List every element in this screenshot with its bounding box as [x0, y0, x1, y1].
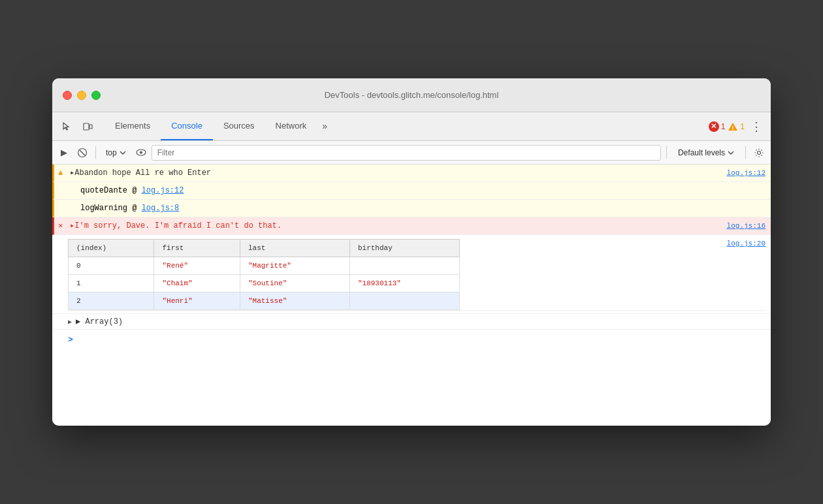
warning-stack-entry: quoteDante @ log.js:12	[52, 182, 771, 200]
col-index: (index)	[69, 240, 154, 257]
table-row: 1 "Chaim" "Soutine" "18930113"	[69, 275, 460, 292]
row2-last: "Matisse"	[240, 292, 349, 310]
console-content: ▲ log.js:12 ▸Abandon hope All re who Ent…	[52, 165, 771, 426]
error-log-entry[interactable]: ✕ log.js:16 ▸I'm sorry, Dave. I'm afraid…	[52, 217, 771, 235]
svg-text:!: !	[732, 125, 734, 131]
window-title: DevTools - devtools.glitch.me/console/lo…	[325, 90, 499, 100]
row0-first: "René"	[154, 257, 240, 275]
svg-line-5	[80, 150, 85, 155]
prompt-line: >	[52, 330, 771, 350]
error-text: ▸I'm sorry, Dave. I'm afraid I can't do …	[70, 221, 282, 230]
chevron-down-icon	[120, 151, 126, 155]
col-birthday: birthday	[349, 240, 459, 257]
console-table: (index) first last birthday 0 "René" "Ma…	[68, 239, 460, 310]
tab-network[interactable]: Network	[265, 112, 317, 140]
row0-last: "Magritte"	[240, 257, 349, 275]
warning-triangle-icon: !	[728, 122, 738, 131]
error-icon: ✕	[58, 220, 63, 232]
row0-birthday	[349, 257, 459, 275]
titlebar: DevTools - devtools.glitch.me/console/lo…	[52, 78, 771, 112]
device-toolbar-button[interactable]	[78, 118, 97, 136]
error-count-icon: ✕	[709, 121, 719, 132]
array-entry[interactable]: ▶ ▶ Array(3)	[52, 314, 771, 330]
row2-birthday	[349, 292, 459, 310]
prompt-chevron-icon: >	[68, 335, 73, 345]
row1-first: "Chaim"	[154, 275, 240, 292]
log-levels-button[interactable]: Default levels	[672, 146, 740, 159]
context-selector[interactable]: top	[101, 146, 131, 159]
close-button[interactable]	[63, 91, 72, 100]
svg-point-7	[140, 151, 142, 154]
array-triangle-icon: ▶	[68, 319, 76, 326]
clear-icon	[77, 148, 88, 158]
tab-elements[interactable]: Elements	[105, 112, 161, 140]
error-badge: ✕ 1	[709, 121, 726, 132]
tabbar-right: ✕ 1 ! 1 ⋮	[709, 112, 766, 140]
warn-badge: ! 1	[728, 122, 745, 131]
row1-last: "Soutine"	[240, 275, 349, 292]
row1-birthday: "18930113"	[349, 275, 459, 292]
tabs: Elements Console Sources Network »	[105, 112, 709, 140]
run-scripts-button[interactable]: ▶	[56, 145, 72, 161]
settings-gear-button[interactable]	[751, 145, 767, 161]
select-element-button[interactable]	[57, 118, 76, 136]
maximize-button[interactable]	[91, 91, 101, 100]
stackline-1-link[interactable]: log.js:12	[142, 186, 184, 195]
col-last: last	[240, 240, 349, 257]
levels-divider	[745, 146, 746, 159]
warning-icon: ▲	[58, 167, 63, 179]
table-log-entry: log.js:20 (index) first last birthday 0	[52, 235, 771, 314]
levels-chevron-icon	[728, 151, 734, 155]
more-tabs-button[interactable]: »	[317, 112, 332, 140]
clear-console-button[interactable]	[74, 145, 90, 161]
tabbar-left-icons	[57, 112, 105, 140]
eye-icon	[136, 149, 146, 156]
filter-divider	[666, 146, 667, 159]
table-row: 2 "Henri" "Matisse"	[69, 292, 460, 310]
error-source-link[interactable]: log.js:16	[727, 220, 766, 232]
warning-stack-entry-2: logWarning @ log.js:8	[52, 200, 771, 217]
col-first: first	[154, 240, 240, 257]
warning-source-link[interactable]: log.js:12	[727, 167, 766, 179]
devtools-window: DevTools - devtools.glitch.me/console/lo…	[52, 78, 771, 426]
table-source-link[interactable]: log.js:20	[727, 238, 766, 249]
warning-text: ▸Abandon hope All re who Enter	[70, 168, 211, 178]
tab-console[interactable]: Console	[161, 112, 213, 140]
table-row: 0 "René" "Magritte"	[69, 257, 460, 275]
filter-input[interactable]	[152, 145, 661, 161]
console-toolbar: ▶ top Default levels	[52, 141, 771, 165]
settings-kebab-button[interactable]: ⋮	[747, 118, 766, 136]
svg-point-8	[758, 151, 761, 154]
eye-icon-button[interactable]	[133, 145, 149, 161]
table-header-row: (index) first last birthday	[69, 240, 460, 257]
row2-first: "Henri"	[154, 292, 240, 310]
console-table-container: (index) first last birthday 0 "René" "Ma…	[68, 239, 766, 311]
tab-sources[interactable]: Sources	[213, 112, 265, 140]
row0-index: 0	[69, 257, 154, 275]
warning-log-entry: ▲ log.js:12 ▸Abandon hope All re who Ent…	[52, 165, 771, 182]
minimize-button[interactable]	[77, 91, 86, 100]
svg-rect-0	[84, 123, 89, 130]
traffic-lights	[63, 91, 101, 100]
stackline-2-link[interactable]: log.js:8	[142, 204, 180, 213]
gear-icon	[754, 148, 764, 158]
toolbar-divider	[95, 146, 96, 159]
tabbar: Elements Console Sources Network » ✕ 1	[52, 112, 771, 141]
row2-index: 2	[69, 292, 154, 310]
row1-index: 1	[69, 275, 154, 292]
svg-rect-1	[89, 125, 92, 129]
